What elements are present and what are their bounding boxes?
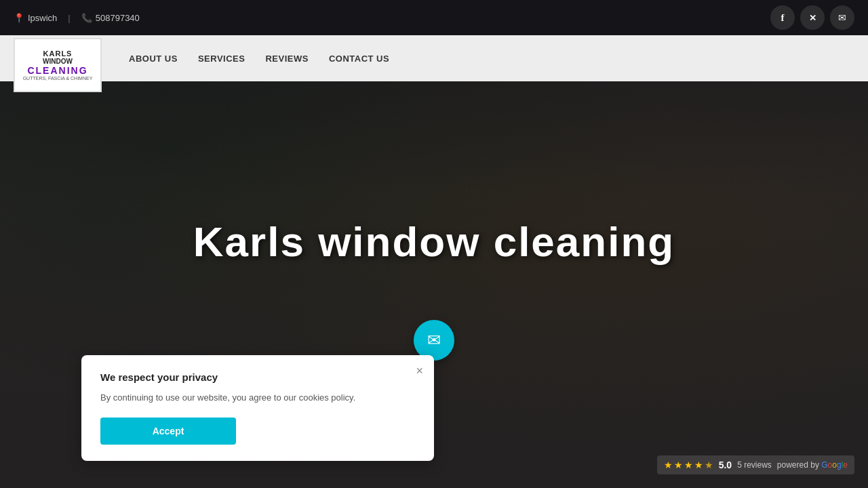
main-nav: ABOUT US SERVICES REVIEWS CONTACT US — [102, 52, 389, 64]
cookie-banner: × We respect your privacy By continuing … — [81, 355, 434, 462]
logo-tagline: GUTTERS, FASCIA & CHIMNEY — [23, 76, 93, 81]
logo: KARLS WINDOW CLEANING GUTTERS, FASCIA & … — [14, 38, 102, 92]
facebook-button[interactable]: f — [770, 5, 795, 30]
reviews-badge: ★ ★ ★ ★ ★ 5.0 5 reviews powered by Googl… — [657, 455, 854, 474]
email-button-top[interactable]: ✉ — [830, 5, 854, 30]
logo-cleaning: CLEANING — [27, 65, 87, 76]
google-logo: Google — [821, 460, 848, 470]
hero-title: Karls window cleaning — [193, 218, 675, 266]
twitter-x-icon: ✕ — [809, 13, 816, 23]
email-icon-top: ✉ — [838, 12, 846, 23]
cookie-close-button[interactable]: × — [416, 365, 423, 377]
phone-item: 📞 508797340 — [81, 13, 140, 23]
review-count: 5 reviews — [737, 460, 772, 470]
star-4: ★ — [694, 460, 703, 470]
logo-karls: KARLS — [43, 49, 73, 58]
powered-by-text: powered by Google — [777, 460, 848, 470]
navbar: KARLS WINDOW CLEANING GUTTERS, FASCIA & … — [0, 35, 868, 81]
nav-reviews[interactable]: REVIEWS — [265, 52, 308, 64]
social-icons: f ✕ ✉ — [770, 5, 854, 30]
phone-text: 508797340 — [96, 13, 140, 23]
top-bar-left: 📍 Ipswich | 📞 508797340 — [14, 13, 140, 23]
nav-contact[interactable]: CONTACT US — [329, 52, 389, 64]
star-5: ★ — [705, 460, 713, 470]
float-email-button[interactable]: ✉ — [414, 320, 454, 361]
twitter-x-button[interactable]: ✕ — [800, 5, 825, 30]
star-2: ★ — [674, 460, 683, 470]
phone-icon: 📞 — [81, 13, 92, 23]
star-1: ★ — [664, 460, 673, 470]
review-score: 5.0 — [719, 460, 732, 470]
facebook-icon: f — [781, 12, 785, 24]
location-item: 📍 Ipswich — [14, 13, 57, 23]
logo-window: WINDOW — [43, 58, 73, 65]
top-bar: 📍 Ipswich | 📞 508797340 f ✕ ✉ — [0, 0, 868, 35]
location-icon: 📍 — [14, 13, 24, 23]
nav-services[interactable]: SERVICES — [198, 52, 245, 64]
cookie-accept-button[interactable]: Accept — [100, 418, 236, 445]
float-email-icon: ✉ — [427, 331, 441, 350]
location-text: Ipswich — [28, 13, 57, 23]
star-3: ★ — [684, 460, 693, 470]
cookie-body: By continuing to use our website, you ag… — [100, 391, 415, 405]
divider: | — [68, 13, 70, 23]
star-rating: ★ ★ ★ ★ ★ — [664, 460, 713, 470]
nav-about[interactable]: ABOUT US — [129, 52, 178, 64]
cookie-title: We respect your privacy — [100, 371, 415, 383]
